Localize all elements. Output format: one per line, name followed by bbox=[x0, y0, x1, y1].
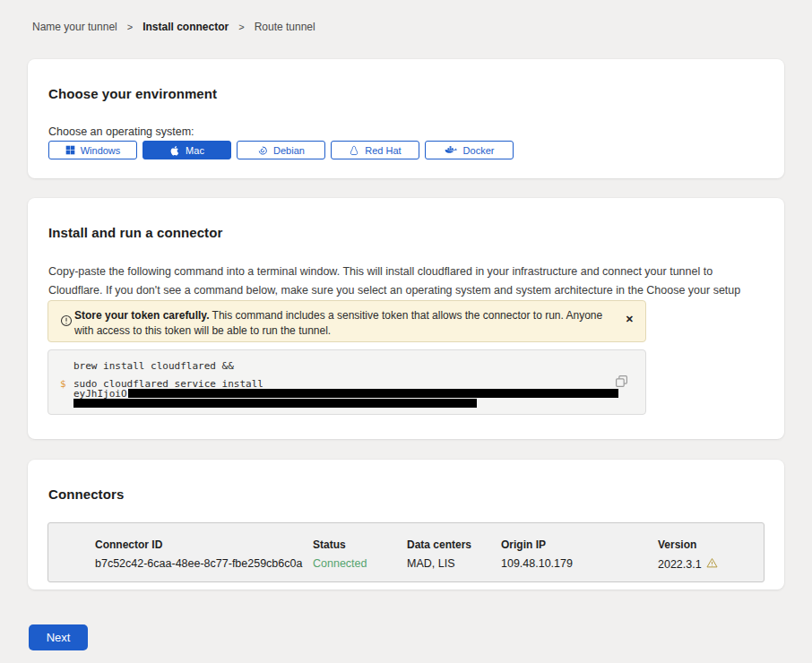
apple-icon bbox=[169, 145, 180, 156]
token-warning-title: Store your token carefully. bbox=[74, 309, 210, 322]
tunnel-setup-page: Name your tunnel > Install connector > R… bbox=[0, 0, 812, 663]
os-button-label: Mac bbox=[186, 145, 204, 156]
token-warning-banner: Store your token carefully. This command… bbox=[48, 300, 646, 342]
os-button-label: Docker bbox=[463, 145, 495, 156]
redaction-bar bbox=[73, 399, 477, 408]
connectors-card: Connectors Connector ID Status Data cent… bbox=[28, 460, 784, 590]
status-badge: Connected bbox=[313, 557, 367, 570]
os-button-label: Windows bbox=[81, 145, 121, 156]
breadcrumb-separator: > bbox=[127, 22, 133, 32]
breadcrumb-route-tunnel[interactable]: Route tunnel bbox=[255, 21, 315, 33]
shell-prompt: $ bbox=[60, 378, 66, 390]
connectors-card-title: Connectors bbox=[48, 486, 124, 502]
copy-icon bbox=[615, 377, 628, 391]
breadcrumb-separator: > bbox=[238, 22, 244, 32]
column-header-data-centers: Data centers bbox=[407, 538, 471, 551]
os-button-label: Debian bbox=[273, 145, 305, 156]
copy-command-button[interactable] bbox=[613, 375, 629, 391]
warning-triangle-icon bbox=[706, 557, 718, 571]
code-line-brew: brew install cloudflared && bbox=[73, 360, 234, 372]
version-value: 2022.3.1 bbox=[658, 557, 718, 571]
choose-environment-card: Choose your environment Choose an operat… bbox=[28, 59, 784, 178]
os-button-docker[interactable]: Docker bbox=[425, 141, 514, 159]
install-card-title: Install and run a connector bbox=[48, 225, 222, 240]
token-warning-text: Store your token carefully. This command… bbox=[74, 308, 603, 338]
column-header-version: Version bbox=[658, 538, 696, 551]
column-header-connector-id: Connector ID bbox=[95, 538, 162, 551]
breadcrumb: Name your tunnel > Install connector > R… bbox=[32, 21, 315, 33]
os-button-group: Windows Mac Debian Red Hat bbox=[48, 141, 514, 159]
environment-card-title: Choose your environment bbox=[48, 86, 217, 101]
data-centers-value: MAD, LIS bbox=[407, 557, 455, 570]
debian-icon bbox=[257, 145, 268, 156]
docker-icon bbox=[445, 145, 458, 155]
os-button-redhat[interactable]: Red Hat bbox=[331, 141, 419, 159]
origin-ip-value: 109.48.10.179 bbox=[501, 557, 573, 570]
connectors-table: Connector ID Status Data centers Origin … bbox=[48, 522, 764, 582]
os-select-label: Choose an operating system: bbox=[48, 125, 194, 138]
column-header-status: Status bbox=[313, 538, 346, 551]
version-number: 2022.3.1 bbox=[658, 558, 702, 571]
os-button-debian[interactable]: Debian bbox=[237, 141, 325, 159]
os-button-windows[interactable]: Windows bbox=[48, 141, 137, 159]
breadcrumb-name-your-tunnel[interactable]: Name your tunnel bbox=[32, 21, 117, 33]
next-button[interactable]: Next bbox=[29, 624, 88, 650]
alert-circle-icon bbox=[60, 314, 73, 331]
column-header-origin-ip: Origin IP bbox=[501, 538, 546, 551]
install-command-code-block: brew install cloudflared && $ sudo cloud… bbox=[48, 349, 646, 415]
os-button-label: Red Hat bbox=[365, 145, 401, 156]
os-button-mac[interactable]: Mac bbox=[143, 141, 231, 159]
connector-id-value: b7c52c42-6caa-48ee-8c77-fbe259cb6c0a bbox=[95, 557, 302, 570]
redhat-icon bbox=[349, 145, 359, 156]
close-icon[interactable]: ✕ bbox=[626, 314, 634, 324]
redaction-bar bbox=[128, 389, 618, 398]
breadcrumb-install-connector[interactable]: Install connector bbox=[143, 21, 229, 33]
windows-icon bbox=[65, 145, 75, 155]
install-connector-card: Install and run a connector Copy-paste t… bbox=[28, 198, 784, 439]
